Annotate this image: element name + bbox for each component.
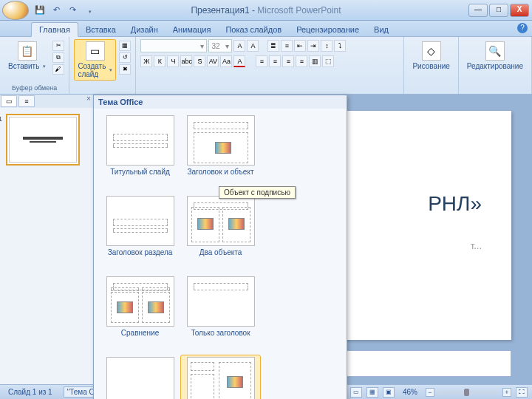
group-slides: ▭ Создать слайд ▦ ↺ ✖ <box>69 37 136 94</box>
zoom-slider[interactable] <box>439 391 498 394</box>
reset-button[interactable]: ↺ <box>119 52 131 63</box>
font-color-button[interactable]: A <box>233 55 245 67</box>
group-drawing: ◇ Рисование <box>404 37 458 94</box>
group-label-clipboard: Буфер обмена <box>12 84 57 93</box>
strike-button[interactable]: abc <box>180 55 192 67</box>
tab-review[interactable]: Рецензирование <box>289 23 366 36</box>
grow-font-button[interactable]: A <box>233 40 245 52</box>
new-slide-button[interactable]: ▭ Создать слайд <box>74 39 116 81</box>
align-left-button[interactable]: ≡ <box>256 55 267 67</box>
slideshow-view-button[interactable]: ▣ <box>383 387 395 398</box>
ribbon: 📋 Вставить ✂ ⧉ 🖌 Буфер обмена ▭ Создать … <box>0 37 532 95</box>
zoom-percent[interactable]: 46% <box>399 386 421 398</box>
cut-button[interactable]: ✂ <box>52 41 64 51</box>
undo-button[interactable]: ↶ <box>50 4 63 17</box>
office-button[interactable] <box>2 1 29 20</box>
paste-icon: 📋 <box>18 41 37 61</box>
normal-view-button[interactable]: ▭ <box>350 387 362 398</box>
ribbon-tabs: Главная Вставка Дизайн Анимация Показ сл… <box>0 21 532 37</box>
maximize-button[interactable]: □ <box>489 4 508 17</box>
layout-gallery: Тема Office Титульный слайд Заголовок и … <box>93 95 347 399</box>
tab-design[interactable]: Дизайн <box>123 23 166 36</box>
layout-section-header[interactable]: Заголовок раздела <box>100 194 180 268</box>
save-button[interactable]: 💾 <box>33 4 47 17</box>
format-painter-button[interactable]: 🖌 <box>52 64 64 75</box>
group-clipboard: 📋 Вставить ✂ ⧉ 🖌 Буфер обмена <box>0 37 69 94</box>
layout-content-caption[interactable]: Объект с подписью <box>180 355 261 399</box>
paste-button[interactable]: 📋 Вставить <box>4 39 50 72</box>
columns-button[interactable]: ▥ <box>309 55 321 67</box>
tab-animation[interactable]: Анимация <box>166 23 219 36</box>
bullets-button[interactable]: ≣ <box>267 40 279 52</box>
bold-button[interactable]: Ж <box>140 55 152 67</box>
panel-close-icon[interactable]: × <box>83 95 94 108</box>
status-slide-count: Слайд 1 из 1 <box>4 386 56 398</box>
shrink-font-button[interactable]: A <box>247 40 259 52</box>
text-direction-button[interactable]: ⤵ <box>334 40 346 52</box>
shadow-button[interactable]: S <box>194 55 205 67</box>
tab-view[interactable]: Вид <box>366 23 396 36</box>
slides-tab[interactable]: ▭ <box>1 95 17 107</box>
zoom-in-button[interactable]: + <box>502 388 511 397</box>
fit-window-button[interactable]: ⛶ <box>516 387 528 398</box>
slide-thumbnail-1[interactable] <box>6 114 80 166</box>
indent-dec-button[interactable]: ⇤ <box>294 40 306 52</box>
group-font-paragraph: ▾ 32▾ A A ≣ ≡ ⇤ ⇥ ↕ ⤵ Ж К Ч abc S <box>136 37 404 94</box>
font-size-combo[interactable]: 32▾ <box>208 39 232 52</box>
zoom-out-button[interactable]: − <box>426 388 434 397</box>
layout-button[interactable]: ▦ <box>119 41 131 51</box>
editing-button[interactable]: 🔍 Редактирование <box>463 39 527 72</box>
slides-panel: ▭ ≡ × 1 <box>0 95 95 384</box>
layout-comparison[interactable]: Сравнение <box>100 274 180 349</box>
char-spacing-button[interactable]: AV <box>207 55 219 67</box>
group-editing: 🔍 Редактирование <box>459 37 532 94</box>
layout-two-content[interactable]: Два объекта <box>180 194 261 268</box>
layout-blank[interactable]: Пустой слайд <box>100 355 180 399</box>
layout-title-content[interactable]: Заголовок и объект <box>180 113 261 188</box>
slide-title-fragment: РНЛ» <box>428 192 482 216</box>
window-controls: — □ X <box>468 4 529 17</box>
gallery-heading: Тема Office <box>94 95 347 109</box>
outline-tab[interactable]: ≡ <box>18 95 35 107</box>
qat-customize[interactable] <box>82 4 95 17</box>
align-center-button[interactable]: ≡ <box>269 55 281 67</box>
shapes-icon: ◇ <box>422 41 441 61</box>
tab-slideshow[interactable]: Показ слайдов <box>218 23 289 36</box>
drawing-button[interactable]: ◇ Рисование <box>409 39 453 72</box>
tab-home[interactable]: Главная <box>31 22 78 37</box>
tab-insert[interactable]: Вставка <box>78 23 123 36</box>
window-title: Презентация1 - Microsoft PowerPoint <box>191 5 341 16</box>
redo-button[interactable]: ↷ <box>66 4 79 17</box>
change-case-button[interactable]: Aa <box>220 55 232 67</box>
delete-slide-button[interactable]: ✖ <box>119 64 131 75</box>
sorter-view-button[interactable]: ▦ <box>366 387 378 398</box>
group-label-slides <box>102 84 104 93</box>
font-name-combo[interactable]: ▾ <box>140 39 207 52</box>
convert-smartart-button[interactable]: ⬚ <box>322 55 334 67</box>
layout-tooltip: Объект с подписью <box>219 186 296 199</box>
quick-access-toolbar: 💾 ↶ ↷ <box>33 4 95 17</box>
new-slide-icon: ▭ <box>86 41 105 61</box>
help-icon[interactable]: ? <box>517 23 528 33</box>
layout-title-only[interactable]: Только заголовок <box>180 274 261 349</box>
find-icon: 🔍 <box>485 41 505 61</box>
copy-button[interactable]: ⧉ <box>52 52 64 63</box>
layout-title-slide[interactable]: Титульный слайд <box>100 113 180 188</box>
group-label-font <box>269 84 271 93</box>
close-button[interactable]: X <box>510 4 529 17</box>
justify-button[interactable]: ≡ <box>296 55 307 67</box>
minimize-button[interactable]: — <box>468 4 488 17</box>
numbering-button[interactable]: ≡ <box>281 40 293 52</box>
italic-button[interactable]: К <box>154 55 166 67</box>
underline-button[interactable]: Ч <box>167 55 179 67</box>
slide-sub-fragment: т... <box>471 240 482 251</box>
title-bar: 💾 ↶ ↷ Презентация1 - Microsoft PowerPoin… <box>0 0 532 21</box>
indent-inc-button[interactable]: ⇥ <box>307 40 319 52</box>
line-spacing-button[interactable]: ↕ <box>321 40 332 52</box>
align-right-button[interactable]: ≡ <box>282 55 294 67</box>
